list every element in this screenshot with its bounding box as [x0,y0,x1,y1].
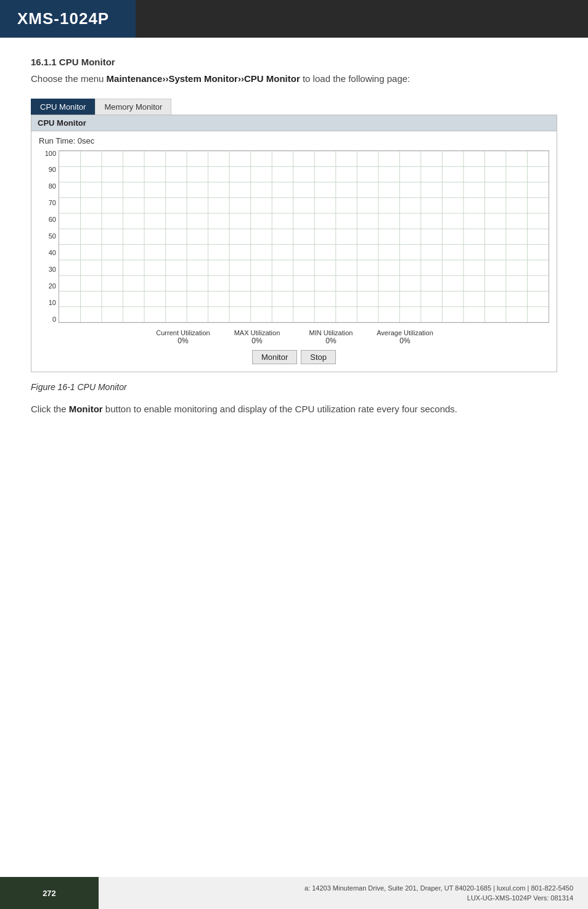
footer-address-line1: a: 14203 Minuteman Drive, Suite 201, Dra… [304,884,573,892]
panel-body: Run Time: 0sec 0 10 20 30 40 50 60 70 80… [31,131,557,372]
legend-avg-value: 0% [399,336,410,345]
footer: 272 a: 14203 Minuteman Drive, Suite 201,… [0,877,588,909]
legend-min: MIN Utilization 0% [294,329,368,345]
y-label-90: 90 [39,166,56,173]
y-axis: 0 10 20 30 40 50 60 70 80 90 100 [39,150,59,323]
y-label-100: 100 [39,150,56,157]
legend-avg-label: Average Utilization [377,329,433,336]
section-heading: 16.1.1 CPU Monitor [31,57,557,67]
intro-menu-path: Maintenance››System Monitor››CPU Monitor [107,73,300,84]
body-bold: Monitor [69,404,103,414]
legend-current: Current Utilization 0% [146,329,220,345]
monitor-panel: CPU Monitor Run Time: 0sec 0 10 20 30 40… [31,115,557,372]
logo-text: XMS-1024P [17,9,109,28]
stop-button[interactable]: Stop [301,350,336,364]
legend-min-value: 0% [325,336,336,345]
footer-right: a: 14203 Minuteman Drive, Suite 201, Dra… [99,877,588,909]
body-paragraph: Click the Monitor button to enable monit… [31,402,557,417]
header: XMS-1024P [0,0,588,38]
tab-memory-monitor[interactable]: Memory Monitor [95,99,171,115]
page-number: 272 [43,889,56,898]
y-label-0: 0 [39,316,56,323]
run-time: Run Time: 0sec [39,136,549,145]
intro-paragraph: Choose the menu Maintenance››System Moni… [31,72,557,86]
legend-avg: Average Utilization 0% [368,329,442,345]
legend-max-value: 0% [251,336,262,345]
monitor-button[interactable]: Monitor [252,350,297,364]
chart-container: 0 10 20 30 40 50 60 70 80 90 100 [39,150,549,323]
body-suffix: button to enable monitoring and display … [103,404,457,414]
footer-address: a: 14203 Minuteman Drive, Suite 201, Dra… [304,883,573,903]
y-label-50: 50 [39,233,56,240]
y-label-30: 30 [39,266,56,273]
y-label-60: 60 [39,216,56,223]
y-label-20: 20 [39,283,56,290]
footer-left: 272 [0,877,99,909]
header-dark-bar [136,0,588,38]
legend-max-label: MAX Utilization [234,329,280,336]
footer-address-line2: LUX-UG-XMS-1024P Vers: 081314 [467,894,573,902]
legend-current-label: Current Utilization [156,329,210,336]
y-label-40: 40 [39,250,56,256]
intro-prefix: Choose the menu [31,73,107,84]
buttons-row: Monitor Stop [39,350,549,364]
legend-min-label: MIN Utilization [309,329,353,336]
grid-svg [59,151,549,322]
body-prefix: Click the [31,404,69,414]
logo-block: XMS-1024P [0,0,136,38]
chart-grid [59,150,549,323]
y-label-10: 10 [39,300,56,306]
tabs-row: CPU Monitor Memory Monitor [31,99,557,115]
legend-row: Current Utilization 0% MAX Utilization 0… [39,329,549,345]
tab-cpu-monitor[interactable]: CPU Monitor [31,99,95,115]
legend-current-value: 0% [178,336,188,345]
legend-max: MAX Utilization 0% [220,329,294,345]
intro-suffix: to load the following page: [300,73,410,84]
main-content: 16.1.1 CPU Monitor Choose the menu Maint… [0,38,588,441]
panel-title: CPU Monitor [31,115,557,131]
figure-caption: Figure 16-1 CPU Monitor [31,382,557,392]
y-label-70: 70 [39,200,56,206]
y-label-80: 80 [39,183,56,190]
